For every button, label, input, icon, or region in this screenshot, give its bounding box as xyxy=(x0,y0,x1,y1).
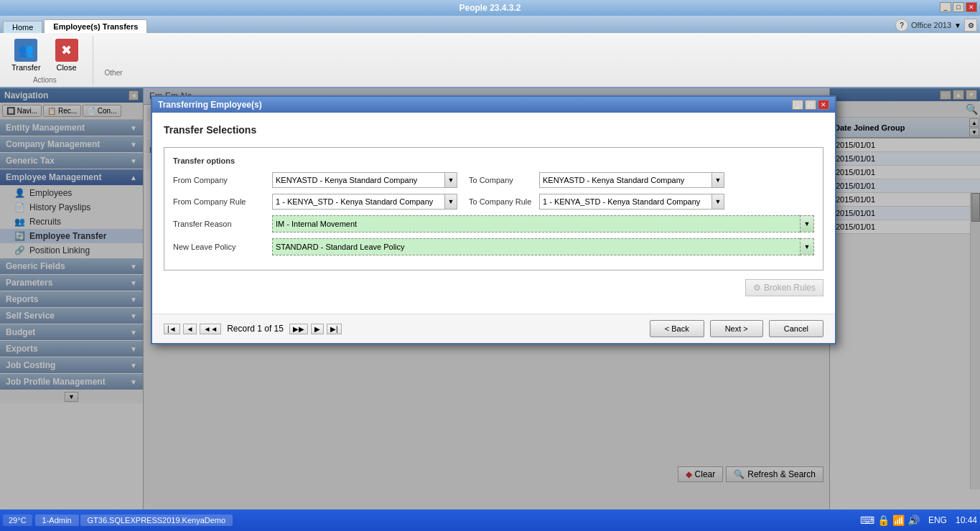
modal-footer: |◄ ◄ ◄◄ Record 1 of 15 ▶▶ ▶ ▶| < Back Ne… xyxy=(152,314,835,343)
broken-rules-button[interactable]: ⚙ Broken Rules xyxy=(745,279,823,296)
record-nav: |◄ ◄ ◄◄ Record 1 of 15 ▶▶ ▶ ▶| xyxy=(164,324,342,334)
start-temperature[interactable]: 29°C xyxy=(3,514,32,526)
keyboard-icon: ⌨ xyxy=(860,514,874,526)
modal-title: Transferring Employee(s) xyxy=(158,100,262,110)
to-company-rule-label: To Company Rule xyxy=(469,197,533,206)
new-leave-policy-input[interactable] xyxy=(272,238,800,255)
transfer-reason-row: Transfer Reason ▼ xyxy=(173,215,814,232)
from-company-label: From Company xyxy=(173,176,266,184)
record-nav-next[interactable]: ▶ xyxy=(311,324,324,334)
from-company-input[interactable] xyxy=(272,172,444,188)
broken-rules-icon: ⚙ xyxy=(753,283,761,293)
record-info: Record 1 of 15 xyxy=(227,324,284,334)
taskbar-item-db[interactable]: GT36.SQLEXPRESS2019.KenyaDemo xyxy=(80,514,233,526)
modal-close-btn[interactable]: ✕ xyxy=(818,100,829,110)
to-company-dropdown-btn[interactable]: ▼ xyxy=(711,172,724,188)
from-company-rule-label: From Company Rule xyxy=(173,197,266,206)
modal-body: Transfer Selections Transfer options Fro… xyxy=(152,113,835,314)
modal-dialog: Transferring Employee(s) _ □ ✕ Transfer … xyxy=(151,95,836,344)
record-nav-next2[interactable]: ▶▶ xyxy=(289,324,308,334)
record-nav-prev2[interactable]: ◄◄ xyxy=(200,324,221,334)
sound-icon: 🔊 xyxy=(907,514,920,526)
modal-maximize-btn[interactable]: □ xyxy=(805,100,816,110)
company-row: From Company ▼ To Company ▼ xyxy=(173,172,814,188)
to-company-input[interactable] xyxy=(539,172,711,188)
office-dropdown[interactable]: ▼ xyxy=(954,22,961,29)
taskbar: 29°C 1-Admin GT36.SQLEXPRESS2019.KenyaDe… xyxy=(0,509,980,531)
modal-section-title: Transfer Selections xyxy=(164,124,823,136)
close-ribbon-button[interactable]: ✖ Close xyxy=(50,36,84,75)
app-title: People 23.4.3.2 xyxy=(459,3,521,13)
transfer-button[interactable]: 👥 Transfer xyxy=(6,36,47,75)
modal-minimize-btn[interactable]: _ xyxy=(792,100,803,110)
transfer-options-title: Transfer options xyxy=(173,156,814,165)
tab-employee-transfers[interactable]: Employee(s) Transfers xyxy=(44,19,147,33)
next-button[interactable]: Next > xyxy=(710,320,763,337)
transfer-reason-input[interactable] xyxy=(272,215,800,232)
new-leave-policy-row: New Leave Policy ▼ xyxy=(173,238,814,255)
from-company-rule-dropdown-btn[interactable]: ▼ xyxy=(444,194,457,210)
new-leave-policy-dropdown-btn[interactable]: ▼ xyxy=(800,238,814,255)
office-label: Office 2013 xyxy=(911,21,951,29)
modal-overlay: Transferring Employee(s) _ □ ✕ Transfer … xyxy=(0,88,980,511)
maximize-btn[interactable]: □ xyxy=(953,2,964,12)
actions-group-label: Actions xyxy=(33,76,57,84)
company-rule-row: From Company Rule ▼ To Company Rule ▼ xyxy=(173,194,814,210)
to-company-rule-dropdown-btn[interactable]: ▼ xyxy=(711,194,724,210)
settings-icon[interactable]: ⚙ xyxy=(964,19,977,32)
taskbar-item-admin[interactable]: 1-Admin xyxy=(35,514,79,526)
from-company-dropdown-btn[interactable]: ▼ xyxy=(444,172,457,188)
taskbar-icons: ⌨ 🔒 📶 🔊 xyxy=(860,514,920,526)
help-icon[interactable]: ? xyxy=(895,19,908,32)
modal-titlebar: Transferring Employee(s) _ □ ✕ xyxy=(152,97,835,113)
network-icon: 🔒 xyxy=(877,514,890,526)
tab-home[interactable]: Home xyxy=(3,21,42,33)
transfer-reason-dropdown-btn[interactable]: ▼ xyxy=(800,215,814,232)
to-company-label: To Company xyxy=(469,176,533,184)
cancel-button[interactable]: Cancel xyxy=(769,320,823,337)
close-label: Close xyxy=(56,63,76,72)
record-nav-first[interactable]: |◄ xyxy=(164,324,180,334)
close-btn[interactable]: ✕ xyxy=(966,2,977,12)
taskbar-time: 10:44 xyxy=(956,515,977,525)
record-nav-last[interactable]: ▶| xyxy=(327,324,342,334)
other-group-label: Other xyxy=(105,69,123,77)
to-company-rule-input[interactable] xyxy=(539,194,711,210)
back-button[interactable]: < Back xyxy=(650,320,704,337)
transfer-label: Transfer xyxy=(11,63,41,72)
from-company-rule-input[interactable] xyxy=(272,194,444,210)
taskbar-language: ENG xyxy=(928,515,947,525)
transfer-reason-label: Transfer Reason xyxy=(173,220,266,228)
wifi-icon: 📶 xyxy=(892,514,905,526)
new-leave-policy-label: New Leave Policy xyxy=(173,243,266,251)
minimize-btn[interactable]: _ xyxy=(940,2,951,12)
record-nav-prev[interactable]: ◄ xyxy=(183,324,197,334)
